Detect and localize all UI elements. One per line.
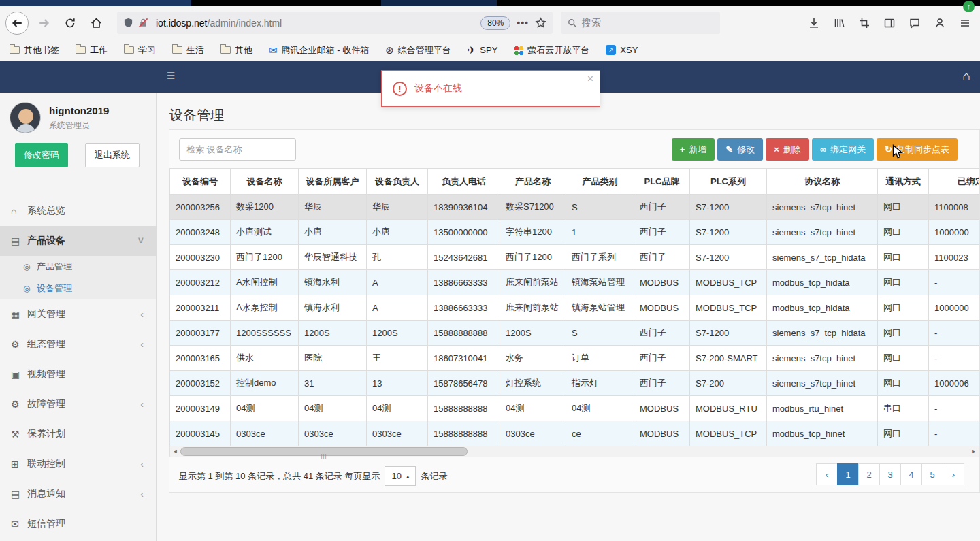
table-cell: 200003211: [170, 295, 231, 321]
column-header[interactable]: 设备所属客户: [299, 169, 367, 195]
table-cell: 华辰: [299, 195, 367, 220]
table-cell: 0303ce: [367, 421, 428, 446]
column-header[interactable]: 负责人电话: [428, 169, 500, 195]
horizontal-scrollbar[interactable]: ◂ ||| ▸: [169, 446, 979, 457]
sidebar-item[interactable]: ⚙故障管理‹: [0, 389, 156, 419]
delete-button[interactable]: ×删除: [766, 138, 809, 161]
table-row[interactable]: 200003165供水医院王18607310041水务订单西门子S7-200-S…: [170, 346, 980, 371]
bookmark-item[interactable]: ⊛综合管理平台: [385, 44, 451, 56]
sidebar-item[interactable]: ▤消息通知‹: [0, 479, 156, 509]
browser-tab-strip[interactable]: [0, 0, 980, 6]
column-header[interactable]: 设备负责人: [367, 169, 428, 195]
messages-icon[interactable]: [909, 18, 920, 29]
page-actions-icon[interactable]: •••: [517, 18, 529, 29]
column-header[interactable]: 协议名称: [767, 169, 878, 195]
table-cell: 镇海水利: [299, 295, 367, 321]
page-button[interactable]: 1: [837, 463, 859, 485]
bookmark-star-icon[interactable]: [535, 17, 546, 29]
zoom-indicator[interactable]: 80%: [480, 16, 510, 30]
edit-button[interactable]: ✎修改: [717, 138, 763, 161]
sidebar-toggle-icon[interactable]: ≡: [167, 67, 175, 84]
bookmark-item[interactable]: 工作: [76, 44, 108, 56]
sidebar-item[interactable]: ⚙组态管理‹: [0, 329, 156, 359]
table-row[interactable]: 200003212A水闸控制镇海水利A13886663333庶来闸前泵站镇海泵站…: [170, 270, 980, 295]
table-cell: 1200SSSSSS: [231, 321, 299, 346]
forward-button[interactable]: [34, 13, 54, 33]
page-button[interactable]: 4: [900, 463, 922, 485]
bookmark-item[interactable]: 学习: [124, 44, 156, 56]
column-header[interactable]: 已绑定网关: [929, 169, 980, 195]
scroll-right-icon[interactable]: ▸: [968, 446, 979, 457]
add-button[interactable]: +新增: [672, 138, 715, 161]
screenshot-icon[interactable]: [859, 18, 870, 29]
sidebar-item[interactable]: ▤产品设备˅: [0, 226, 156, 256]
bookmark-item[interactable]: ✈SPY: [468, 44, 498, 56]
table-row[interactable]: 2000031450303ce0303ce0303ce1588888888803…: [170, 421, 980, 446]
column-header[interactable]: 设备名称: [231, 169, 299, 195]
scrollbar-thumb[interactable]: |||: [180, 447, 468, 456]
account-icon[interactable]: [934, 18, 945, 29]
url-bar[interactable]: iot.idosp.net /admin/index.html 80% •••: [117, 12, 553, 34]
sidebar-item[interactable]: ▣视频管理: [0, 359, 156, 389]
bookmark-item[interactable]: 其他书签: [10, 44, 59, 56]
table-cell: 网口: [878, 321, 929, 346]
table-cell: S7-200: [690, 371, 767, 396]
alert-close-icon[interactable]: ×: [587, 73, 593, 85]
sidebar-subitem[interactable]: ◎产品管理: [0, 256, 156, 278]
library-icon[interactable]: [834, 18, 845, 29]
device-search-input[interactable]: [179, 138, 296, 161]
app-home-icon[interactable]: ⌂: [963, 69, 970, 84]
sidebar-item[interactable]: ⚒保养计划: [0, 419, 156, 449]
download-icon[interactable]: [808, 18, 819, 29]
table-row[interactable]: 200003211A水泵控制镇海水利A13886663333庶来闸前泵站镇海泵站…: [170, 295, 980, 321]
change-password-button[interactable]: 修改密码: [15, 143, 68, 167]
table-cell: 1000000: [929, 295, 980, 321]
back-button[interactable]: [5, 12, 29, 35]
update-arrow-icon[interactable]: ↑: [963, 1, 975, 12]
insecure-lock-icon[interactable]: [138, 18, 148, 28]
home-button[interactable]: [86, 13, 106, 33]
logout-button[interactable]: 退出系统: [85, 143, 140, 167]
sidebar-item[interactable]: ⌂系统总览: [0, 196, 156, 226]
column-header[interactable]: 产品类别: [566, 169, 634, 195]
sidebar-item[interactable]: ✉短信管理: [0, 509, 156, 539]
active-tab[interactable]: [0, 0, 191, 6]
page-button[interactable]: 5: [921, 463, 943, 485]
table-row[interactable]: 200003230西门子1200华辰智通科技孔15243642681西门子120…: [170, 245, 980, 270]
page-button[interactable]: 3: [879, 463, 901, 485]
column-header[interactable]: PLC系列: [690, 169, 767, 195]
next-page-button[interactable]: ›: [943, 463, 964, 485]
bookmark-item[interactable]: 其他: [220, 44, 252, 56]
bookmark-item[interactable]: ↗XSY: [606, 45, 638, 55]
copy-sync-table-button[interactable]: ↻复制同步点表: [877, 138, 958, 161]
column-header[interactable]: 通讯方式: [878, 169, 929, 195]
bookmark-item[interactable]: 生活: [172, 44, 204, 56]
table-row[interactable]: 2000031771200SSSSSS1200S1200S15888888888…: [170, 321, 980, 346]
reload-button[interactable]: [60, 13, 80, 33]
background-tab[interactable]: [381, 0, 497, 6]
bind-gateway-button[interactable]: ∞绑定网关: [812, 138, 874, 161]
browser-search-bar[interactable]: 搜索: [561, 12, 720, 34]
scroll-left-icon[interactable]: ◂: [170, 446, 180, 457]
sidebar-item[interactable]: ▦网关管理‹: [0, 299, 156, 329]
shield-icon[interactable]: [123, 18, 133, 28]
table-row[interactable]: 200003248小唐测试小唐小唐13500000000字符串12001西门子S…: [170, 220, 980, 245]
column-header[interactable]: 设备编号: [170, 169, 231, 195]
column-header[interactable]: PLC品牌: [634, 169, 690, 195]
table-cell: 镇海泵站管理: [566, 295, 634, 321]
table-row[interactable]: 200003256数采1200华辰华辰18390936104数采S71200S西…: [170, 195, 980, 220]
table-row[interactable]: 200003152控制demo311315878656478灯控系统指示灯西门子…: [170, 371, 980, 396]
table-cell: 04测: [299, 396, 367, 421]
sidebar-item[interactable]: ⊞联动控制‹: [0, 449, 156, 479]
bookmark-item[interactable]: ✉腾讯企业邮箱 - 收件箱: [269, 44, 369, 56]
column-header[interactable]: 产品名称: [500, 169, 566, 195]
page-size-dropdown[interactable]: 10 ▴: [385, 466, 416, 486]
menu-icon[interactable]: [960, 18, 970, 29]
table-cell: 镇海泵站管理: [566, 270, 634, 295]
page-button[interactable]: 2: [858, 463, 880, 485]
table-row[interactable]: 20000314904测04测04测1588888888804测04测MODBU…: [170, 396, 980, 421]
sidebar-toggle-browser-icon[interactable]: [884, 18, 895, 29]
prev-page-button[interactable]: ‹: [816, 463, 838, 485]
sidebar-subitem[interactable]: ◎设备管理: [0, 278, 156, 299]
bookmark-item[interactable]: 萤石云开放平台: [514, 44, 589, 56]
